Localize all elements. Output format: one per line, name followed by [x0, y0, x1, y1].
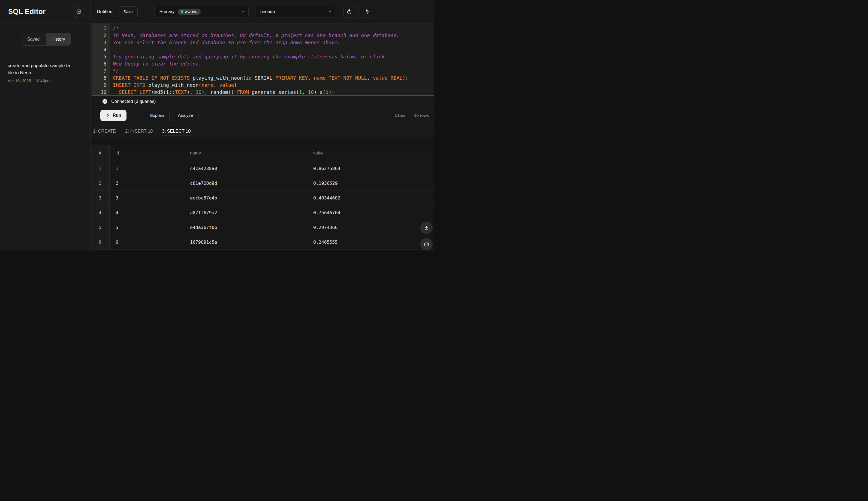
result-tab-3[interactable]: 3: SELECT 10 — [161, 125, 191, 138]
actions-divider — [137, 110, 137, 121]
cell-id: 4 — [110, 210, 184, 215]
line-number: 5 — [91, 53, 110, 60]
code-line: In Neon, databases are stored on branche… — [113, 32, 434, 39]
column-header-id: id — [110, 151, 184, 156]
cell-id: 1 — [110, 166, 184, 171]
new-query-button[interactable] — [74, 7, 84, 17]
sidebar-tabs-wrap: SavedHistory — [0, 23, 90, 51]
cell-name: e4da3b7fbb — [184, 225, 307, 230]
cell-name: eccbc87e4b — [184, 195, 307, 201]
actions-row: Run Explain Analyze 51ms 10 rows — [91, 106, 434, 125]
code-editor[interactable]: 12345678910 /*In Neon, databases are sto… — [91, 23, 434, 95]
cell-row-number: 4 — [91, 205, 110, 220]
expand-results-button[interactable] — [420, 238, 433, 250]
code-line: /* — [113, 25, 434, 32]
cell-row-number: 2 — [91, 176, 110, 191]
branch-name: Primary — [160, 9, 175, 14]
active-dot — [181, 10, 183, 13]
line-number: 7 — [91, 67, 110, 74]
sidebar-header: SQL Editor — [0, 0, 90, 23]
sidebar-tabs: SavedHistory — [21, 33, 71, 45]
cell-value: 0.2974366 — [307, 225, 434, 230]
query-metrics: 51ms 10 rows — [395, 113, 434, 118]
table-row: 44a87ff679a20.75646764 — [91, 205, 434, 220]
download-results-button[interactable] — [420, 222, 433, 234]
query-row-count: 10 rows — [414, 113, 429, 118]
history-item-title: create and populate sample table in Neon — [8, 62, 72, 76]
code-line: */ — [113, 67, 434, 74]
connection-status-bar: Connected (3 queries) — [91, 96, 434, 106]
line-number: 10 — [91, 89, 110, 95]
results-table: #idnamevalue 11c4ca4238a00.8627586422c81… — [91, 138, 434, 250]
line-numbers: 12345678910 — [91, 23, 110, 95]
cell-id: 5 — [110, 225, 184, 230]
code-line: SELECT LEFT(md5(i::TEXT), 10), random() … — [113, 89, 434, 95]
code-line: Try generating sample data and querying … — [113, 53, 434, 60]
history-list: create and populate sample table in Neon… — [0, 51, 90, 83]
stopwatch-icon — [346, 9, 352, 15]
column-header-num: # — [91, 145, 110, 161]
run-button[interactable]: Run — [100, 110, 127, 121]
table-body: 11c4ca4238a00.8627586422c81e728d9d0.1936… — [91, 161, 434, 250]
page-title: SQL Editor — [8, 7, 74, 16]
history-item-date: Apr 16, 2025 - 10:46pm — [8, 78, 83, 83]
cell-value: 0.75646764 — [307, 210, 434, 215]
code-line: You can select the branch and database t… — [113, 39, 434, 46]
code-line: CREATE TABLE IF NOT EXISTS playing_with_… — [113, 74, 434, 82]
cell-row-number: 5 — [91, 220, 110, 235]
cell-row-number: 3 — [91, 191, 110, 205]
code-line: INSERT INTO playing_with_neon(name, valu… — [113, 82, 434, 89]
code-line: New Query to clear the editor. — [113, 60, 434, 67]
connection-status-text: Connected (3 queries) — [111, 99, 156, 104]
run-button-label: Run — [113, 113, 121, 118]
line-number: 2 — [91, 32, 110, 39]
column-header-name: name — [184, 151, 307, 156]
table-row: 55e4da3b7fbb0.2974366 — [91, 220, 434, 235]
sparkles-icon — [364, 9, 371, 15]
cell-value: 0.1936529 — [307, 181, 434, 186]
cell-value: 0.86275864 — [307, 166, 434, 171]
cell-value: 0.40344602 — [307, 195, 434, 201]
app: SQL Editor SavedHistory create and popul… — [0, 0, 434, 250]
code-line — [113, 46, 434, 53]
line-number: 6 — [91, 60, 110, 67]
line-number: 3 — [91, 39, 110, 46]
topbar: Untitled Save Primary ACTIVE neondb — [91, 0, 434, 23]
line-number: 4 — [91, 46, 110, 53]
cell-name: c4ca4238a0 — [184, 166, 307, 171]
line-number: 8 — [91, 74, 110, 82]
table-row: 33eccbc87e4b0.40344602 — [91, 191, 434, 205]
database-select[interactable]: neondb — [255, 6, 336, 18]
plus-circle-icon — [76, 9, 82, 15]
chevron-down-icon — [241, 10, 245, 14]
download-icon — [424, 225, 429, 231]
cell-row-number: 1 — [91, 161, 110, 176]
analyze-button[interactable]: Analyze — [173, 110, 198, 121]
database-name: neondb — [260, 9, 275, 14]
line-number: 9 — [91, 82, 110, 89]
save-button[interactable]: Save — [119, 6, 138, 17]
table-row: 661679091c5a0.2465555 — [91, 235, 434, 250]
sidebar: SQL Editor SavedHistory create and popul… — [0, 0, 91, 250]
ai-assist-button[interactable] — [362, 6, 373, 18]
branch-select[interactable]: Primary ACTIVE — [154, 6, 249, 18]
code-content[interactable]: /*In Neon, databases are stored on branc… — [110, 23, 434, 95]
branch-status-label: ACTIVE — [185, 10, 198, 13]
check-circle-icon — [102, 98, 108, 105]
cell-id: 3 — [110, 195, 184, 201]
cell-value: 0.2465555 — [307, 239, 434, 245]
topbar-divider — [358, 3, 359, 20]
chevron-down-icon — [328, 10, 332, 14]
cell-name: 1679091c5a — [184, 239, 307, 245]
query-duration: 51ms — [395, 113, 405, 118]
main-panel: Untitled Save Primary ACTIVE neondb — [91, 0, 434, 250]
cell-id: 2 — [110, 181, 184, 186]
branch-status-badge: ACTIVE — [178, 9, 201, 15]
sidebar-tab-history[interactable]: History — [46, 33, 70, 45]
explain-button[interactable]: Explain — [145, 110, 169, 121]
result-tab-2[interactable]: 2: INSERT 10 — [124, 125, 153, 138]
history-item[interactable]: create and populate sample table in Neon… — [8, 62, 83, 83]
query-history-button[interactable] — [343, 6, 355, 18]
result-tab-1[interactable]: 1: CREATE — [92, 125, 117, 138]
sidebar-tab-saved[interactable]: Saved — [21, 33, 46, 45]
